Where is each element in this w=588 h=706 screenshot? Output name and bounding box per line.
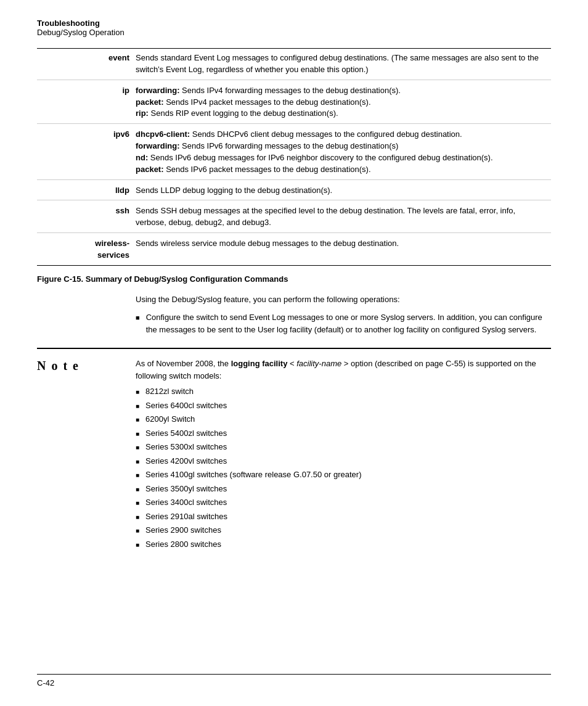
bullet-icon: ■ [136,387,139,396]
header-title: Troubleshooting [37,18,551,28]
def-cell: dhcpv6-client: Sends DHCPv6 client debug… [136,124,551,179]
list-item: ■8212zl switch [136,385,551,398]
note-label: N o t e [37,358,136,373]
list-item-text: Series 3500yl switches [145,483,227,495]
bullet-icon: ■ [136,401,139,411]
list-item: ■Series 6400cl switches [136,400,551,412]
main-paragraph: Using the Debug/Syslog feature, you can … [136,293,551,306]
term-cell: lldp [37,179,136,200]
footer: C-42 [37,674,551,688]
list-item: ■Series 3500yl switches [136,483,551,495]
list-item-text: Series 4100gl switches (software release… [145,469,361,481]
note-bold1: logging facility [231,359,288,368]
def-cell: Sends wireless service module debug mess… [136,233,551,265]
bullet-icon: ■ [136,540,139,549]
note-content: As of November 2008, the logging facilit… [136,358,551,552]
page: Troubleshooting Debug/Syslog Operation e… [0,0,588,706]
definition-table: eventSends standard Event Log messages t… [37,49,551,265]
note-text-before: As of November 2008, the [136,359,231,368]
bullet-icon: ■ [136,429,139,438]
list-item-text: Series 3400cl switches [145,496,227,509]
bullet-icon: ■ [136,512,139,522]
list-item-text: Series 6400cl switches [145,400,227,412]
list-item: ■Series 5300xl switches [136,441,551,453]
list-item: ■Series 2800 switches [136,538,551,551]
term-cell: ip [37,80,136,124]
def-cell: Sends standard Event Log messages to con… [136,49,551,80]
note-italic1: facility-name [296,359,341,368]
bullet-icon: ■ [136,498,139,507]
list-item: ■Configure the switch to send Event Log … [136,311,551,335]
list-item: ■Series 5400zl switches [136,427,551,440]
header-subtitle: Debug/Syslog Operation [37,28,551,37]
list-item-text: Configure the switch to send Event Log m… [146,311,551,335]
def-cell: forwarding: Sends IPv4 forwarding messag… [136,80,551,124]
bullet-icon: ■ [136,443,139,452]
term-cell: ipv6 [37,124,136,179]
def-cell: Sends LLDP debug logging to the debug de… [136,179,551,200]
table-bottom-divider [37,265,551,266]
list-item-text: Series 5400zl switches [145,427,227,440]
note-bullet-list: ■8212zl switch■Series 6400cl switches■62… [136,385,551,550]
bullet-icon: ■ [136,526,139,535]
list-item-text: Series 4200vl switches [145,455,227,467]
term-cell: wireless-services [37,233,136,265]
note-text-between: < [287,359,296,368]
term-cell: ssh [37,200,136,233]
list-item: ■Series 2900 switches [136,524,551,536]
list-item: ■6200yl Switch [136,413,551,425]
list-item-text: Series 2800 switches [145,538,221,551]
footer-divider [37,674,551,675]
list-item-text: 6200yl Switch [145,413,195,425]
list-item: ■Series 2910al switches [136,511,551,523]
term-cell: event [37,49,136,80]
bullet-icon: ■ [136,313,140,323]
bullet-icon: ■ [136,470,139,480]
main-content: Using the Debug/Syslog feature, you can … [136,293,551,336]
list-item-text: Series 2900 switches [145,524,221,536]
list-item: ■Series 3400cl switches [136,496,551,509]
bullet-icon: ■ [136,457,139,466]
figure-caption: Figure C-15. Summary of Debug/Syslog Con… [37,274,551,284]
def-cell: Sends SSH debug messages at the specifie… [136,200,551,233]
page-header: Troubleshooting Debug/Syslog Operation [37,18,551,37]
bullet-icon: ■ [136,485,139,494]
list-item: ■Series 4200vl switches [136,455,551,467]
note-section: N o t e As of November 2008, the logging… [37,348,551,552]
main-bullet-list: ■Configure the switch to send Event Log … [136,311,551,335]
list-item-text: Series 5300xl switches [145,441,227,453]
note-text: As of November 2008, the logging facilit… [136,358,551,382]
footer-page: C-42 [37,678,551,688]
list-item: ■Series 4100gl switches (software releas… [136,469,551,481]
list-item-text: Series 2910al switches [145,511,227,523]
list-item-text: 8212zl switch [145,385,194,398]
bullet-icon: ■ [136,415,139,424]
